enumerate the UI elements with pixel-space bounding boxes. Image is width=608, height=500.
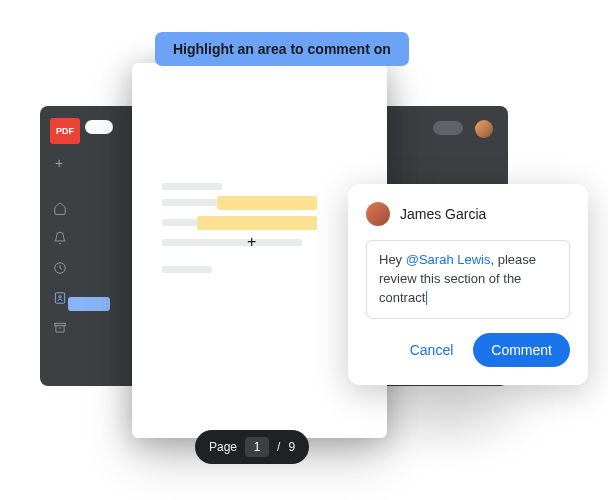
highlighted-text[interactable]	[217, 196, 317, 210]
contacts-icon[interactable]	[52, 290, 68, 306]
text-line	[162, 183, 222, 190]
header-pill	[85, 120, 113, 134]
page-separator: /	[277, 440, 280, 454]
sidebar-active-item[interactable]	[68, 297, 110, 311]
comment-textarea[interactable]: Hey @Sarah Lewis, please review this sec…	[366, 240, 570, 319]
header-right-pill	[433, 121, 463, 135]
clock-icon[interactable]	[52, 260, 68, 276]
text-caret	[426, 291, 427, 305]
plus-icon[interactable]: +	[55, 155, 63, 171]
commenter-avatar[interactable]	[366, 202, 390, 226]
crosshair-cursor-icon: +	[247, 233, 256, 251]
text-row	[162, 199, 357, 210]
bell-icon[interactable]	[52, 230, 68, 246]
text-line	[162, 219, 197, 226]
page-label: Page	[209, 440, 237, 454]
page-input[interactable]	[245, 437, 269, 457]
commenter-name: James Garcia	[400, 206, 486, 222]
home-icon[interactable]	[52, 200, 68, 216]
svg-rect-3	[55, 323, 66, 325]
comment-text-before: Hey	[379, 252, 406, 267]
text-line	[162, 199, 217, 206]
page-total: 9	[288, 440, 295, 454]
cancel-button[interactable]: Cancel	[396, 333, 468, 367]
header-avatar[interactable]	[475, 120, 493, 138]
pdf-app-badge: PDF	[50, 118, 80, 144]
comment-header: James Garcia	[366, 202, 570, 226]
highlight-tooltip: Highlight an area to comment on	[155, 32, 409, 66]
archive-icon[interactable]	[52, 320, 68, 336]
comment-popover: James Garcia Hey @Sarah Lewis, please re…	[348, 184, 588, 385]
text-row	[162, 219, 357, 230]
comment-actions: Cancel Comment	[366, 333, 570, 367]
highlighted-text[interactable]	[197, 216, 317, 230]
comment-button[interactable]: Comment	[473, 333, 570, 367]
page-navigator[interactable]: Page / 9	[195, 430, 309, 464]
sidebar-nav	[52, 200, 68, 336]
mention[interactable]: @Sarah Lewis	[406, 252, 491, 267]
text-line	[162, 266, 212, 273]
svg-point-2	[59, 296, 61, 298]
text-line	[162, 239, 302, 246]
